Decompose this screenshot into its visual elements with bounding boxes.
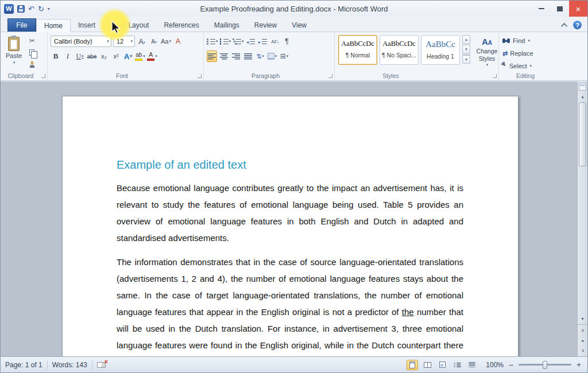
scroll-down-icon[interactable]: ▾ — [578, 314, 587, 323]
shading-button[interactable]: ▾ — [267, 50, 277, 62]
format-painter-button[interactable] — [28, 59, 42, 70]
copy-button[interactable] — [28, 47, 42, 58]
select-icon — [501, 61, 509, 69]
show-hide-pilcrow-button[interactable]: ¶ — [282, 36, 292, 47]
minimize-button[interactable] — [532, 1, 551, 17]
align-right-button[interactable] — [231, 50, 241, 62]
subscript-button[interactable]: x₂ — [99, 50, 109, 62]
multilevel-list-button[interactable]: ▾ — [233, 36, 244, 47]
increase-indent-button[interactable] — [258, 36, 268, 47]
font-dialog-launcher[interactable] — [198, 74, 202, 78]
replace-button[interactable]: ⇄ Replace — [500, 48, 533, 59]
print-layout-view-button[interactable] — [407, 360, 418, 370]
bold-button[interactable]: B — [51, 50, 61, 62]
scrollbar-thumb[interactable] — [579, 102, 586, 166]
tab-references[interactable]: References — [156, 18, 206, 32]
style-normal-label: ¶ Normal — [339, 52, 377, 59]
tab-home[interactable]: Home — [36, 19, 71, 32]
font-name-dropdown-icon[interactable]: ▾ — [105, 39, 109, 44]
decrease-indent-button[interactable] — [246, 36, 256, 47]
styles-scroll-down-icon[interactable]: ▾ — [462, 45, 470, 54]
grow-font-button[interactable]: A — [137, 36, 147, 47]
paragraph-dialog-launcher[interactable] — [328, 74, 332, 78]
zoom-slider[interactable] — [519, 364, 571, 366]
web-layout-view-button[interactable] — [436, 360, 448, 370]
style-no-spacing[interactable]: AaBbCcDc ¶ No Spaci... — [380, 35, 419, 65]
scroll-up-icon[interactable]: ▴ — [578, 92, 587, 101]
cut-button[interactable]: ✂ — [28, 35, 42, 46]
select-browse-object-icon[interactable]: ● — [581, 339, 583, 343]
zoom-in-icon[interactable]: + — [575, 360, 583, 369]
align-center-button[interactable] — [219, 50, 229, 62]
vertical-scrollbar[interactable]: ▴ ▾ « ● « — [577, 81, 587, 356]
sort-button[interactable]: AZ↓ — [270, 36, 280, 47]
fullscreen-reading-view-button[interactable] — [421, 360, 433, 370]
highlight-color-button[interactable]: ab ▾ — [135, 50, 145, 62]
undo-icon[interactable]: ↶ — [28, 5, 34, 13]
styles-more-icon[interactable]: ▾ — [462, 55, 470, 64]
minimize-ribbon-icon[interactable] — [561, 22, 567, 29]
text-effects-button[interactable]: A▾ — [123, 50, 133, 62]
style-heading1[interactable]: AaBbCc Heading 1 — [421, 35, 460, 65]
multilevel-list-icon — [233, 38, 241, 45]
proofing-status-icon[interactable] — [97, 362, 106, 368]
change-case-button[interactable]: Aa▾ — [161, 36, 171, 47]
find-label: Find — [513, 37, 525, 44]
help-icon[interactable]: ? — [573, 21, 582, 29]
zoom-slider-thumb[interactable] — [543, 361, 547, 369]
tab-insert[interactable]: Insert — [71, 18, 103, 32]
styles-scroll-up-icon[interactable]: ▴ — [462, 35, 470, 44]
ruler-toggle-icon[interactable] — [579, 83, 586, 91]
find-button[interactable]: Find ▾ — [500, 36, 533, 46]
paste-dropdown-icon[interactable]: ▾ — [13, 60, 16, 65]
numbering-button[interactable]: ▾ — [220, 36, 231, 47]
align-left-button[interactable] — [207, 50, 217, 62]
word-count[interactable]: Words: 143 — [52, 361, 87, 369]
line-spacing-button[interactable]: ⇅▾ — [255, 50, 265, 62]
font-size-combo[interactable]: 12 ▾ — [113, 36, 135, 47]
zoom-out-icon[interactable]: – — [507, 360, 515, 369]
maximize-button[interactable] — [551, 1, 569, 17]
clear-formatting-button[interactable]: A — [173, 36, 183, 47]
zoom-level[interactable]: 100% — [486, 361, 504, 369]
bullets-button[interactable]: ▾ — [207, 36, 218, 47]
find-icon — [502, 38, 510, 43]
next-page-icon[interactable]: « — [579, 349, 585, 352]
line-spacing-dropdown-icon: ▾ — [262, 54, 264, 59]
tab-file[interactable]: File — [7, 18, 36, 32]
tab-page-layout[interactable]: Page Layout — [103, 18, 156, 32]
word-logo-icon[interactable]: W — [4, 4, 14, 14]
document-page[interactable]: Example of an edited text Because emotio… — [62, 96, 519, 356]
previous-page-icon[interactable]: « — [579, 329, 585, 332]
draft-view-button[interactable] — [466, 360, 478, 370]
shrink-font-button[interactable]: A — [149, 36, 159, 47]
tab-view[interactable]: View — [284, 18, 314, 32]
change-styles-button[interactable]: AA Change Styles ▾ — [473, 35, 501, 76]
font-color-button[interactable]: A ▾ — [147, 50, 157, 62]
status-bar: Page: 1 of 1 Words: 143 100% – + — [1, 356, 587, 372]
draft-view-icon — [469, 362, 475, 367]
font-size-value: 12 — [117, 38, 123, 45]
save-icon[interactable] — [17, 5, 25, 13]
clipboard-dialog-launcher[interactable] — [41, 74, 45, 78]
page-indicator[interactable]: Page: 1 of 1 — [5, 361, 42, 369]
customize-qat-icon[interactable]: ▾ — [48, 6, 50, 11]
justify-button[interactable] — [243, 50, 253, 62]
close-button[interactable]: × — [569, 1, 587, 17]
underline-button[interactable]: U▾ — [75, 50, 85, 62]
tab-review[interactable]: Review — [247, 18, 284, 32]
style-no-spacing-label: ¶ No Spaci... — [380, 52, 418, 59]
strikethrough-button[interactable]: abe — [87, 50, 97, 62]
borders-button[interactable]: ⊞▾ — [279, 50, 289, 62]
repeat-icon[interactable]: ↻ — [38, 5, 44, 13]
font-name-combo[interactable]: Calibri (Body) ▾ — [51, 36, 111, 47]
styles-dialog-launcher[interactable] — [493, 74, 497, 78]
outline-view-button[interactable] — [451, 360, 463, 370]
select-button[interactable]: Select ▾ — [500, 61, 533, 71]
italic-button[interactable]: I — [63, 50, 73, 62]
superscript-button[interactable]: x² — [111, 50, 121, 62]
paste-button[interactable]: Paste ▾ — [3, 34, 24, 72]
tab-mailings[interactable]: Mailings — [207, 18, 247, 32]
style-normal[interactable]: AaBbCcDc ¶ Normal — [338, 35, 377, 65]
font-size-dropdown-icon[interactable]: ▾ — [128, 39, 133, 44]
